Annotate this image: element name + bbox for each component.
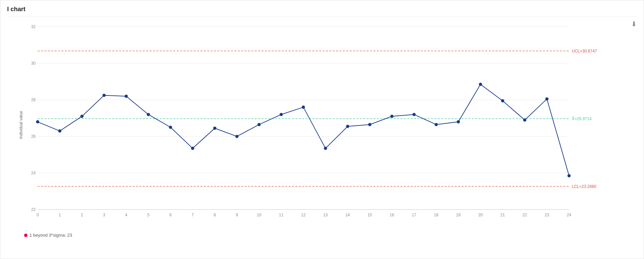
svg-text:3: 3 xyxy=(103,213,105,217)
chart-container: I chart ⬇ Individual value 2224262830320… xyxy=(0,0,644,259)
download-button[interactable]: ⬇ xyxy=(631,20,637,28)
svg-text:6: 6 xyxy=(169,213,172,217)
svg-point-54 xyxy=(258,123,260,126)
svg-point-57 xyxy=(324,147,327,150)
svg-text:20: 20 xyxy=(478,213,483,217)
svg-text:2: 2 xyxy=(81,213,83,217)
svg-point-47 xyxy=(103,94,105,97)
svg-point-53 xyxy=(236,135,238,138)
chart-title: I chart xyxy=(7,6,637,17)
svg-point-44 xyxy=(36,121,39,123)
legend-label: 1 beyond 3*sigma: 23 xyxy=(30,233,72,238)
svg-point-55 xyxy=(280,113,282,116)
svg-text:15: 15 xyxy=(368,213,372,217)
svg-point-66 xyxy=(523,118,526,121)
svg-text:11: 11 xyxy=(279,213,284,217)
svg-text:21: 21 xyxy=(500,213,505,217)
svg-point-63 xyxy=(457,121,460,123)
y-axis-label: Individual value xyxy=(19,111,23,139)
svg-point-52 xyxy=(213,127,216,130)
legend-area: 1 beyond 3*sigma: 23 xyxy=(7,233,637,238)
svg-text:10: 10 xyxy=(257,213,261,217)
svg-text:24: 24 xyxy=(567,213,571,217)
svg-text:26: 26 xyxy=(31,134,36,139)
svg-point-56 xyxy=(302,106,305,109)
svg-point-61 xyxy=(413,113,415,116)
svg-text:UCL=30.6747: UCL=30.6747 xyxy=(572,49,597,53)
svg-point-51 xyxy=(191,147,194,150)
svg-text:1: 1 xyxy=(59,213,61,217)
svg-point-59 xyxy=(368,123,371,126)
svg-text:28: 28 xyxy=(31,98,36,102)
svg-point-60 xyxy=(391,115,393,118)
svg-text:18: 18 xyxy=(434,213,439,217)
svg-text:13: 13 xyxy=(323,213,328,217)
chart-svg: 2224262830320123456789101112131415161718… xyxy=(24,20,610,230)
svg-point-46 xyxy=(81,115,83,118)
svg-text:4: 4 xyxy=(125,213,128,217)
svg-point-58 xyxy=(346,125,349,128)
legend-item: 1 beyond 3*sigma: 23 xyxy=(24,233,72,238)
svg-text:17: 17 xyxy=(412,213,416,217)
svg-text:9: 9 xyxy=(236,213,238,217)
svg-text:X̄=26.9714: X̄=26.9714 xyxy=(572,116,592,121)
svg-point-65 xyxy=(501,100,504,102)
svg-text:12: 12 xyxy=(301,213,306,217)
svg-text:30: 30 xyxy=(31,61,36,66)
svg-text:LCL=23.2680: LCL=23.2680 xyxy=(572,184,597,189)
svg-point-64 xyxy=(479,83,482,86)
svg-text:22: 22 xyxy=(523,213,527,217)
svg-text:22: 22 xyxy=(31,207,36,212)
svg-text:14: 14 xyxy=(345,213,350,217)
svg-text:0: 0 xyxy=(37,213,39,217)
svg-point-62 xyxy=(435,123,437,126)
svg-point-50 xyxy=(169,126,172,129)
svg-text:24: 24 xyxy=(31,171,36,175)
svg-point-48 xyxy=(125,95,128,98)
svg-text:8: 8 xyxy=(214,213,216,217)
svg-text:23: 23 xyxy=(545,213,549,217)
svg-point-68 xyxy=(568,174,570,177)
svg-text:16: 16 xyxy=(390,213,394,217)
legend-dot-icon xyxy=(24,234,27,237)
chart-area: ⬇ Individual value 222426283032012345678… xyxy=(7,20,637,230)
svg-text:19: 19 xyxy=(456,213,461,217)
svg-point-67 xyxy=(546,98,548,100)
svg-text:32: 32 xyxy=(31,24,36,29)
svg-text:7: 7 xyxy=(192,213,194,217)
svg-point-49 xyxy=(147,113,150,116)
svg-point-45 xyxy=(58,130,61,132)
svg-text:5: 5 xyxy=(147,213,150,217)
